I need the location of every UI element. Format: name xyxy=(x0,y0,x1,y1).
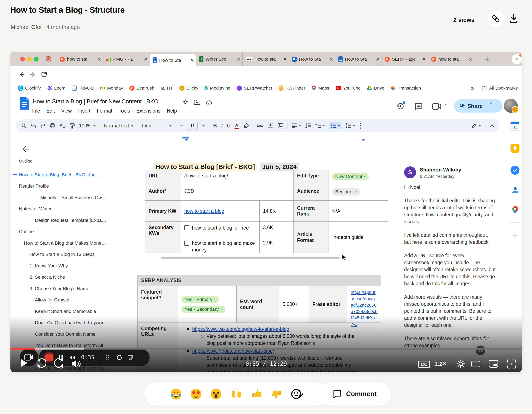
snippet-secondary-chip[interactable]: Yes - Secondary xyxy=(181,306,225,313)
document-title[interactable]: How to Start a Blog | Brief for New Cont… xyxy=(33,98,159,105)
surprised-emoji[interactable] xyxy=(210,388,222,400)
bookmarks-overflow-icon[interactable]: » xyxy=(471,85,474,92)
bookmark-semrush[interactable]: Semrush xyxy=(129,85,154,91)
back-icon[interactable] xyxy=(18,71,25,78)
align-button[interactable] xyxy=(292,123,301,128)
add-reaction-icon[interactable] xyxy=(291,388,303,400)
close-outline-icon[interactable] xyxy=(21,146,29,153)
version-history-icon[interactable] xyxy=(396,102,405,111)
paragraph-style-select[interactable]: Normal text xyxy=(104,123,134,129)
close-tab-icon[interactable] xyxy=(468,57,473,61)
share-dropdown-caret[interactable] xyxy=(490,104,492,108)
comments-icon[interactable] xyxy=(414,102,423,111)
ruler-left-marker-icon[interactable] xyxy=(184,139,188,141)
share-button[interactable]: Share xyxy=(454,99,503,113)
tab-wix[interactable]: wix How to sta xyxy=(242,52,289,66)
menu-edit[interactable]: Edit xyxy=(46,108,55,114)
insert-link-icon[interactable] xyxy=(257,123,264,129)
zoom-select[interactable]: 100% xyxy=(79,123,96,129)
paint-format-icon[interactable] xyxy=(70,123,75,129)
tab-active-docs[interactable]: How to Sta xyxy=(150,54,196,66)
volume-button[interactable] xyxy=(71,359,82,368)
menu-file[interactable]: File xyxy=(32,108,40,114)
forward-icon[interactable] xyxy=(29,71,36,78)
pip-button[interactable] xyxy=(489,360,498,368)
macos-zoom-icon[interactable] xyxy=(34,57,38,61)
font-select[interactable]: Inter xyxy=(142,123,172,129)
menu-help[interactable]: Help xyxy=(167,108,177,114)
edit-type-chip[interactable]: New Content xyxy=(332,173,369,180)
close-tab-icon[interactable] xyxy=(237,57,241,61)
close-tab-icon[interactable] xyxy=(190,58,194,62)
docs-profile-avatar[interactable]: ! xyxy=(504,99,518,113)
menu-format[interactable]: Format xyxy=(97,108,112,114)
outline-item-active[interactable]: How to Start a Blog [Brief - BKO] Jun … xyxy=(19,172,102,178)
tab-search-button[interactable] xyxy=(512,54,522,64)
forward-5-button[interactable]: 5 xyxy=(53,358,65,369)
close-tab-icon[interactable] xyxy=(144,57,148,61)
secondary-kw-2[interactable]: how to start a blog and make money xyxy=(192,240,256,253)
rewind-5-button[interactable]: 5 xyxy=(36,358,47,369)
bookmark-mediavine[interactable]: Mediavine xyxy=(205,85,230,91)
secondary-kw-1[interactable]: how to start a blog for free xyxy=(192,225,249,240)
loom-rewind-icon[interactable] xyxy=(69,355,76,360)
bookmark-kwfinder[interactable]: KWFinder xyxy=(279,85,305,91)
menu-insert[interactable]: Insert xyxy=(78,108,90,114)
bookmark-clicky[interactable]: Clicky xyxy=(179,85,198,91)
bookmark-drive[interactable]: Drive xyxy=(367,85,384,91)
refresh-icon[interactable] xyxy=(41,71,48,78)
side-panel-add-icon[interactable] xyxy=(511,232,519,240)
laughing-emoji[interactable] xyxy=(170,388,182,400)
close-tab-icon[interactable] xyxy=(283,57,287,61)
tab-pmg[interactable]: PMG - P1 xyxy=(103,52,150,66)
italic-button[interactable]: I xyxy=(221,123,223,129)
collapse-toolbar-icon[interactable] xyxy=(489,124,494,127)
keep-icon[interactable] xyxy=(511,144,519,153)
outline-item[interactable]: 1. Know Your Why xyxy=(29,263,68,269)
ruler-right-marker-icon[interactable] xyxy=(361,139,365,141)
add-comment-icon[interactable] xyxy=(267,123,274,129)
macos-close-icon[interactable] xyxy=(20,57,25,61)
editing-mode-button[interactable] xyxy=(472,123,481,128)
checkbox-icon[interactable] xyxy=(184,225,190,230)
menu-extensions[interactable]: Extensions xyxy=(136,108,161,114)
primary-kw-link[interactable]: how to start a blog xyxy=(184,208,224,214)
meet-video-icon[interactable] xyxy=(432,103,442,110)
close-tab-icon[interactable] xyxy=(422,57,426,61)
numbered-list-button[interactable] xyxy=(346,123,355,128)
bookmark-youtube[interactable]: YouTube xyxy=(336,85,361,91)
outline-item[interactable]: Allow for Growth xyxy=(35,297,69,303)
video-player[interactable]: how to sta PMG - P1 How to Sta Writer Sc… xyxy=(10,52,522,372)
maps-icon[interactable] xyxy=(512,206,519,214)
tab-serp-page[interactable]: SERP Page xyxy=(381,52,428,66)
close-tab-icon[interactable] xyxy=(376,57,380,61)
spellcheck-icon[interactable]: A xyxy=(59,123,66,129)
bookmark-transaction[interactable]: Transaction xyxy=(391,85,421,91)
bookmark-serpwatcher[interactable]: SERPWatcher xyxy=(237,85,273,91)
text-color-button[interactable]: A xyxy=(235,123,239,129)
restart-recording-icon[interactable] xyxy=(116,354,122,360)
bookmark-tidycal[interactable]: TidyCal xyxy=(72,85,94,91)
ruler-indent-marker[interactable] xyxy=(182,137,189,139)
highlight-color-button[interactable] xyxy=(243,123,249,129)
bookmark-clockify[interactable]: Clockify xyxy=(18,85,41,91)
all-bookmarks-button[interactable]: All Bookmarks xyxy=(482,85,518,91)
close-tab-icon[interactable] xyxy=(97,57,102,61)
delete-recording-icon[interactable] xyxy=(128,354,133,360)
toolbar-more-icon[interactable] xyxy=(360,122,361,129)
outline-item[interactable]: Michelle - Small Business Ow… xyxy=(40,195,107,200)
tab-how-to-sta-3[interactable]: How to Sta xyxy=(335,52,381,66)
print-icon[interactable] xyxy=(50,123,55,129)
bookmark-loom[interactable]: Loom xyxy=(47,85,66,91)
tasks-icon[interactable] xyxy=(511,166,519,175)
calendar-icon[interactable]: 31 xyxy=(510,122,519,131)
video-progress-bar[interactable] xyxy=(10,348,522,349)
insert-image-icon[interactable] xyxy=(277,123,284,129)
move-to-folder-icon[interactable] xyxy=(194,100,200,105)
search-icon[interactable] xyxy=(21,123,27,129)
outline-item[interactable]: How to Start a Blog that Makes Mone… xyxy=(24,240,106,246)
meet-dropdown-caret[interactable] xyxy=(444,105,447,109)
macos-minimize-icon[interactable] xyxy=(27,57,32,61)
horizontal-scrollbar[interactable] xyxy=(161,257,340,259)
drag-handle-icon[interactable] xyxy=(106,355,111,360)
